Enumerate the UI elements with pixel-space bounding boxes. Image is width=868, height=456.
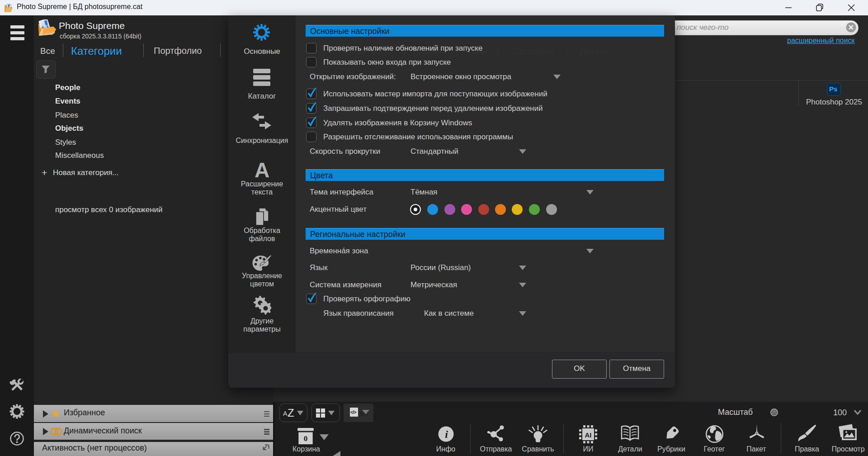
svg-text:0: 0 [304,434,308,443]
svg-text:AI: AI [585,431,592,439]
svg-text:i: i [445,428,448,440]
